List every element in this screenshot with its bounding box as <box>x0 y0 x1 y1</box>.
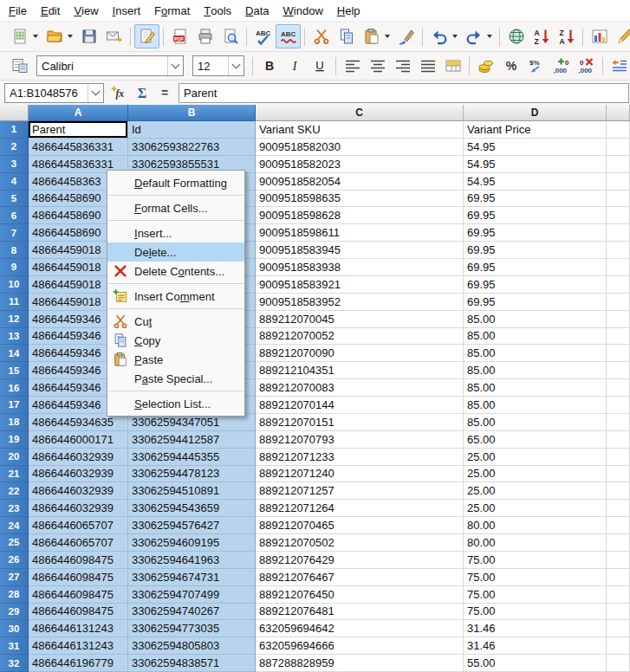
copy-icon[interactable] <box>334 24 359 48</box>
cell-E6[interactable] <box>607 207 630 224</box>
cell-C6[interactable]: 9009518598628 <box>256 207 464 224</box>
cell-B23[interactable]: 33062594543659 <box>128 500 256 517</box>
formula-input[interactable]: Parent <box>179 83 629 103</box>
cell-C25[interactable]: 889212070502 <box>256 534 464 552</box>
cell-D14[interactable]: 85.00 <box>464 345 607 362</box>
cell-C11[interactable]: 9009518583952 <box>256 294 464 311</box>
cell-E29[interactable] <box>607 604 630 621</box>
font-size-combobox[interactable]: 12 <box>192 55 244 76</box>
number-format-icon[interactable]: $% <box>523 54 549 78</box>
cell-C22[interactable]: 889212071257 <box>256 482 464 500</box>
row-header-4[interactable]: 4 <box>0 173 29 191</box>
menu-insert[interactable]: Insert <box>106 0 148 21</box>
cell-A32[interactable]: 4866446196779 <box>29 655 128 672</box>
cell-D23[interactable]: 25.00 <box>464 500 607 517</box>
row-header-27[interactable]: 27 <box>0 569 29 586</box>
hyperlink-icon[interactable] <box>503 24 529 48</box>
cell-D2[interactable]: 54.95 <box>464 139 607 156</box>
cut-icon[interactable] <box>309 24 334 48</box>
cell-B26[interactable]: 33062594641963 <box>128 552 256 569</box>
cell-E1[interactable] <box>607 121 630 139</box>
italic-icon[interactable]: I <box>282 54 307 78</box>
add-decimal-icon[interactable]: ,0000 <box>549 54 574 78</box>
column-header-A[interactable]: A <box>29 105 128 121</box>
cell-D7[interactable]: 69.95 <box>464 224 607 242</box>
row-header-21[interactable]: 21 <box>0 466 29 483</box>
cell-D16[interactable]: 85.00 <box>464 379 607 397</box>
open-icon[interactable] <box>42 24 67 48</box>
cell-C24[interactable]: 889212070465 <box>256 517 464 534</box>
cell-A26[interactable]: 4866446098475 <box>29 552 128 569</box>
cell-B28[interactable]: 33062594707499 <box>128 586 256 604</box>
column-header-D[interactable]: D <box>464 105 607 121</box>
menu-edit[interactable]: Edit <box>34 0 67 21</box>
row-header-25[interactable]: 25 <box>0 534 29 552</box>
font-size-combobox-dropdown-icon[interactable] <box>228 56 244 75</box>
menu-tools[interactable]: Tools <box>197 0 238 21</box>
cell-A21[interactable]: 4866446032939 <box>29 466 128 483</box>
function-wizard-icon[interactable]: fx <box>108 82 131 103</box>
currency-icon[interactable] <box>473 54 498 78</box>
cell-D13[interactable]: 85.00 <box>464 328 607 346</box>
cell-C10[interactable]: 9009518583921 <box>256 276 464 294</box>
cell-E10[interactable] <box>607 276 630 294</box>
row-header-31[interactable]: 31 <box>0 637 29 655</box>
cell-D5[interactable]: 69.95 <box>464 191 607 208</box>
cell-E7[interactable] <box>607 224 630 242</box>
cell-D31[interactable]: 31.46 <box>464 637 607 655</box>
sum-icon[interactable]: Σ <box>131 82 153 103</box>
column-header-C[interactable]: C <box>256 105 464 121</box>
cell-C2[interactable]: 9009518582030 <box>256 139 464 156</box>
cell-B22[interactable]: 33062594510891 <box>128 482 256 500</box>
cell-A1[interactable]: Parent <box>29 121 128 139</box>
cell-D12[interactable]: 85.00 <box>464 311 607 328</box>
align-left-icon[interactable] <box>340 54 365 78</box>
print-preview-icon[interactable] <box>218 24 243 48</box>
cell-D8[interactable]: 69.95 <box>464 242 607 259</box>
cell-C31[interactable]: 632059694666 <box>256 637 464 655</box>
name-box-dropdown-icon[interactable] <box>88 84 103 102</box>
undo-icon[interactable] <box>426 24 451 48</box>
cell-D4[interactable]: 54.95 <box>464 173 607 191</box>
cell-A28[interactable]: 4866446098475 <box>29 586 128 604</box>
cell-B27[interactable]: 33062594674731 <box>128 569 256 586</box>
menu-data[interactable]: Data <box>238 0 276 21</box>
menu-view[interactable]: View <box>67 0 105 21</box>
percent-icon[interactable]: % <box>498 54 523 78</box>
context-menu-item-insert-comment[interactable]: Insert Comment <box>107 287 244 306</box>
cell-E26[interactable] <box>607 552 630 569</box>
print-icon[interactable] <box>192 24 218 48</box>
row-header-1[interactable]: 1 <box>0 121 29 139</box>
cell-E15[interactable] <box>607 362 630 379</box>
draw-functions-icon[interactable] <box>612 24 630 48</box>
cell-D19[interactable]: 65.00 <box>464 431 607 449</box>
cell-D1[interactable]: Variant Price <box>464 121 607 139</box>
cell-D30[interactable]: 31.46 <box>464 620 607 637</box>
row-header-28[interactable]: 28 <box>0 586 29 604</box>
context-menu-item-insert[interactable]: Insert... <box>107 223 244 242</box>
cell-D26[interactable]: 75.00 <box>464 552 607 569</box>
undo-dropdown-icon[interactable] <box>452 35 458 38</box>
cell-E8[interactable] <box>607 242 630 259</box>
cell-E16[interactable] <box>607 379 630 397</box>
new-document-icon[interactable] <box>7 24 32 48</box>
cell-D6[interactable]: 69.95 <box>464 207 607 224</box>
email-icon[interactable] <box>101 24 127 48</box>
cell-B25[interactable]: 33062594609195 <box>128 534 256 552</box>
cell-C16[interactable]: 889212070083 <box>256 379 464 397</box>
cell-B31[interactable]: 33062594805803 <box>128 637 256 655</box>
menu-help[interactable]: Help <box>330 0 367 21</box>
cell-C9[interactable]: 9009518583938 <box>256 259 464 276</box>
bold-icon[interactable]: B <box>257 54 282 78</box>
select-all-corner[interactable] <box>0 105 29 121</box>
cell-E17[interactable] <box>607 397 630 414</box>
cell-A27[interactable]: 4866446098475 <box>29 569 128 586</box>
cell-A22[interactable]: 4866446032939 <box>29 482 128 500</box>
cell-C8[interactable]: 9009518583945 <box>256 242 464 259</box>
styles-icon[interactable] <box>7 54 32 78</box>
cell-C29[interactable]: 889212076481 <box>256 604 464 621</box>
column-header-B[interactable]: B <box>128 105 256 121</box>
cell-E4[interactable] <box>607 173 630 191</box>
cell-D20[interactable]: 25.00 <box>464 449 607 466</box>
delete-decimal-icon[interactable]: ,0000 <box>574 54 599 78</box>
